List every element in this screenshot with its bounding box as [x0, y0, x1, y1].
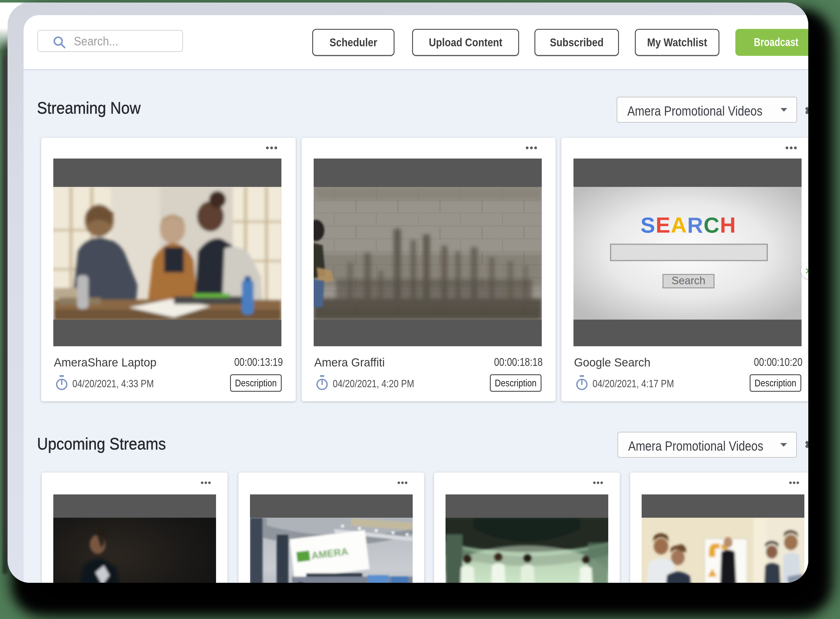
- svg-text:Search: Search: [672, 275, 705, 287]
- svg-text:SEARCH: SEARCH: [641, 213, 736, 238]
